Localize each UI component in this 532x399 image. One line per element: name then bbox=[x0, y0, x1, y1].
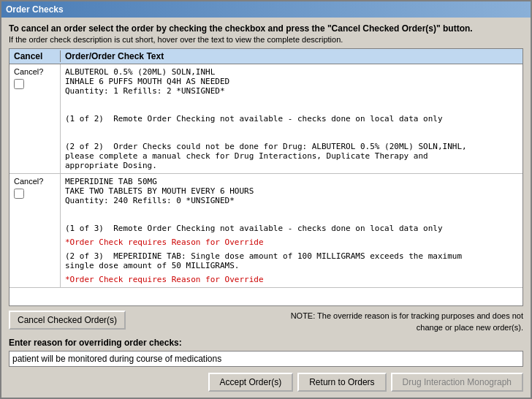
cancel-label-order2: Cancel? bbox=[14, 177, 43, 186]
cancel-cell-order1: Cancel? bbox=[10, 64, 61, 173]
cancel-checkbox-order2[interactable] bbox=[14, 189, 24, 199]
orders-table: Cancel Order/Order Check Text Cancel? AL… bbox=[9, 48, 523, 306]
cancel-label-order1: Cancel? bbox=[14, 67, 43, 76]
bottom-section: Cancel Checked Order(s) NOTE: The overri… bbox=[9, 311, 523, 392]
order1-text-cell: ALBUTEROL 0.5% (20ML) SOLN,INHL INHALE 6… bbox=[61, 64, 522, 173]
table-row: Cancel? ALBUTEROL 0.5% (20ML) SOLN,INHL … bbox=[10, 64, 522, 174]
table-header: Cancel Order/Order Check Text bbox=[10, 49, 522, 64]
action-buttons: Accept Order(s) Return to Orders Drug In… bbox=[9, 373, 523, 392]
cancel-row: Cancel Checked Order(s) NOTE: The overri… bbox=[9, 311, 523, 333]
window-title: Order Checks bbox=[6, 4, 64, 15]
drug-interaction-button[interactable]: Drug Interaction Monograph bbox=[391, 373, 523, 392]
cancel-checked-button[interactable]: Cancel Checked Order(s) bbox=[9, 311, 126, 330]
order1-line3: Quantity: 1 Refills: 2 *UNSIGNED* bbox=[65, 86, 518, 96]
sub-instruction: If the order check description is cut sh… bbox=[9, 35, 523, 44]
override-note: NOTE: The override reason is for trackin… bbox=[289, 311, 523, 333]
order-checks-window: Order Checks To cancel an order select t… bbox=[0, 0, 532, 399]
order1-note2: (1 of 2) Remote Order Checking not avail… bbox=[65, 114, 518, 123]
cancel-checkbox-order1[interactable] bbox=[14, 79, 24, 89]
order2-note5: *Order Check requires Reason for Overrid… bbox=[65, 275, 518, 284]
order1-line1: ALBUTEROL 0.5% (20ML) SOLN,INHL bbox=[65, 67, 518, 77]
order1-note1 bbox=[65, 100, 518, 110]
main-instruction: To cancel an order select the order by c… bbox=[9, 23, 523, 34]
table-row: Cancel? MEPERIDINE TAB 50MG TAKE TWO TAB… bbox=[10, 174, 522, 288]
order2-note4: (2 of 3) MEPERIDINE TAB: Single dose amo… bbox=[65, 251, 518, 270]
return-to-orders-button[interactable]: Return to Orders bbox=[297, 373, 386, 392]
order2-note1 bbox=[65, 210, 518, 219]
accept-orders-button[interactable]: Accept Order(s) bbox=[208, 373, 294, 392]
order2-line2: TAKE TWO TABLETS BY MOUTH EVERY 6 HOURS bbox=[65, 186, 518, 196]
override-input[interactable] bbox=[9, 351, 523, 367]
cancel-cell-order2: Cancel? bbox=[10, 174, 61, 287]
order2-note2: (1 of 3) Remote Order Checking not avail… bbox=[65, 224, 518, 233]
text-column-header: Order/Order Check Text bbox=[61, 50, 522, 62]
table-body[interactable]: Cancel? ALBUTEROL 0.5% (20ML) SOLN,INHL … bbox=[10, 64, 522, 305]
order2-line3: Quantity: 240 Refills: 0 *UNSIGNED* bbox=[65, 196, 518, 205]
order2-note3: *Order Check requires Reason for Overrid… bbox=[65, 238, 518, 247]
order1-note4: (2 of 2) Order Checks could not be done … bbox=[65, 142, 518, 170]
cancel-column-header: Cancel bbox=[10, 50, 61, 62]
order2-line1: MEPERIDINE TAB 50MG bbox=[65, 177, 518, 186]
title-bar: Order Checks bbox=[1, 1, 531, 18]
order1-note3 bbox=[65, 128, 518, 137]
order1-line2: INHALE 6 PUFFS MOUTH Q4H AS NEEDED bbox=[65, 77, 518, 86]
override-label: Enter reason for overriding order checks… bbox=[9, 338, 523, 348]
order2-text-cell: MEPERIDINE TAB 50MG TAKE TWO TABLETS BY … bbox=[61, 174, 522, 287]
